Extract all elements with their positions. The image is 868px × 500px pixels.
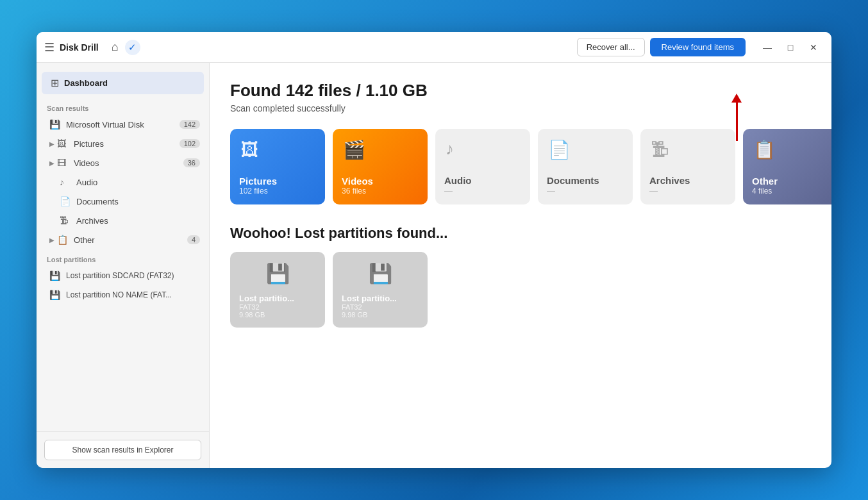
recover-all-button[interactable]: Recover all...: [577, 38, 645, 56]
maximize-button[interactable]: □: [780, 37, 801, 58]
close-button[interactable]: ✕: [803, 37, 824, 58]
check-icon[interactable]: ✓: [125, 40, 140, 55]
dashboard-icon: ⊞: [51, 77, 59, 89]
videos-sidebar-icon: 🎞: [57, 158, 70, 168]
app-body: ⊞ Dashboard Scan results 💾 Microsoft Vir…: [37, 63, 831, 468]
scan-results-title: Scan results: [37, 98, 209, 115]
file-cards-container: 🖼 Pictures 102 files 🎬 Videos 36 files ♪…: [230, 129, 811, 204]
other-sidebar-icon: 📋: [57, 235, 70, 245]
minimize-button[interactable]: —: [757, 37, 778, 58]
audio-sidebar-icon: ♪: [60, 177, 72, 187]
sidebar-item-videos[interactable]: ▶ 🎞 Videos 36: [37, 153, 209, 172]
lost-partitions-title: Lost partitions: [37, 249, 209, 266]
partition-icon-1: 💾: [266, 262, 290, 285]
lost-disk-icon-1: 💾: [49, 271, 62, 281]
partition-card-name-1: Lost partitio...: [239, 294, 294, 303]
videos-card-icon: 🎬: [343, 139, 365, 160]
lost-partitions-heading: Woohoo! Lost partitions found...: [230, 225, 811, 242]
audio-card-icon: ♪: [446, 139, 454, 159]
archives-sidebar-icon: 🗜: [60, 215, 72, 226]
partition-card-size-1: 9.98 GB: [239, 311, 265, 319]
show-scan-results-button[interactable]: Show scan results in Explorer: [44, 440, 201, 460]
expand-icon-videos[interactable]: ▶: [49, 160, 54, 167]
file-card-documents[interactable]: 📄 Documents —: [538, 129, 633, 204]
sidebar-item-pictures[interactable]: ▶ 🖼 Pictures 102: [37, 134, 209, 153]
lost-disk-icon-2: 💾: [49, 290, 62, 300]
review-found-items-button[interactable]: Review found items: [650, 38, 746, 56]
sidebar-item-documents[interactable]: 📄 Documents: [37, 192, 209, 211]
file-card-other[interactable]: 📋 Other 4 files: [743, 129, 831, 204]
titlebar-left: ☰ Disk Drill: [44, 40, 99, 54]
sidebar-footer: Show scan results in Explorer: [37, 431, 209, 468]
sidebar-item-archives[interactable]: 🗜 Archives: [37, 211, 209, 230]
arrow-head: [731, 94, 742, 103]
sidebar-item-microsoft-virtual-disk[interactable]: 💾 Microsoft Virtual Disk 142: [37, 115, 209, 134]
home-icon[interactable]: ⌂: [112, 40, 119, 54]
documents-card-dash: —: [547, 186, 555, 196]
partition-card-name-2: Lost partitio...: [342, 294, 397, 303]
sidebar-content: ⊞ Dashboard Scan results 💾 Microsoft Vir…: [37, 63, 209, 431]
partition-card-type-2: FAT32: [342, 303, 362, 311]
archives-card-name: Archives: [649, 175, 690, 186]
documents-card-name: Documents: [547, 175, 599, 186]
other-card-count: 4 files: [752, 187, 772, 196]
sidebar-item-lost-noname[interactable]: 💾 Lost partition NO NAME (FAT...: [37, 285, 209, 304]
sidebar-item-lost-sdcard[interactable]: 💾 Lost partition SDCARD (FAT32): [37, 266, 209, 285]
pictures-card-count: 102 files: [239, 187, 268, 196]
found-files-subtitle: Scan completed successfully: [230, 103, 811, 113]
pictures-card-name: Pictures: [239, 176, 277, 187]
app-window: ☰ Disk Drill ⌂ ✓ Recover all... Review f…: [37, 32, 831, 468]
partition-card-type-1: FAT32: [239, 303, 260, 311]
found-files-title: Found 142 files / 1.10 GB: [230, 81, 811, 101]
main-content: Found 142 files / 1.10 GB Scan completed…: [210, 63, 831, 468]
titlebar-actions: Recover all... Review found items — □ ✕: [577, 37, 824, 58]
videos-card-count: 36 files: [342, 187, 366, 196]
documents-card-icon: 📄: [548, 139, 571, 160]
pictures-sidebar-icon: 🖼: [57, 138, 70, 149]
titlebar: ☰ Disk Drill ⌂ ✓ Recover all... Review f…: [37, 32, 831, 63]
expand-icon-other[interactable]: ▶: [49, 237, 54, 244]
file-card-archives[interactable]: 🗜 Archives —: [640, 129, 735, 204]
sidebar-item-audio[interactable]: ♪ Audio: [37, 172, 209, 192]
expand-icon-pictures[interactable]: ▶: [49, 140, 54, 147]
archives-card-dash: —: [649, 186, 658, 196]
titlebar-nav: ⌂ ✓: [112, 40, 140, 55]
partition-card-size-2: 9.98 GB: [342, 311, 367, 319]
videos-card-name: Videos: [342, 176, 373, 187]
documents-sidebar-icon: 📄: [60, 196, 72, 206]
sidebar-item-dashboard[interactable]: ⊞ Dashboard: [42, 72, 204, 94]
partition-icon-2: 💾: [369, 262, 392, 285]
sidebar: ⊞ Dashboard Scan results 💾 Microsoft Vir…: [37, 63, 210, 468]
window-controls: — □ ✕: [757, 37, 824, 58]
partition-card-1[interactable]: 💾 Lost partitio... FAT32 9.98 GB: [230, 252, 325, 328]
partition-cards-container: 💾 Lost partitio... FAT32 9.98 GB 💾 Lost …: [230, 252, 811, 328]
disk-icon: 💾: [49, 119, 62, 129]
sidebar-item-other[interactable]: ▶ 📋 Other 4: [37, 230, 209, 249]
app-title: Disk Drill: [60, 42, 99, 53]
other-card-name: Other: [752, 176, 778, 187]
archives-card-icon: 🗜: [651, 139, 669, 160]
file-card-videos[interactable]: 🎬 Videos 36 files: [333, 129, 428, 204]
arrow-line: [736, 103, 738, 141]
partition-card-2[interactable]: 💾 Lost partitio... FAT32 9.98 GB: [333, 252, 428, 328]
audio-card-name: Audio: [444, 175, 472, 186]
hamburger-icon[interactable]: ☰: [44, 40, 54, 54]
pictures-card-icon: 🖼: [240, 139, 258, 160]
other-card-icon: 📋: [753, 139, 776, 160]
audio-card-dash: —: [444, 186, 453, 196]
file-card-pictures[interactable]: 🖼 Pictures 102 files: [230, 129, 325, 204]
file-card-audio[interactable]: ♪ Audio —: [435, 129, 530, 204]
dashboard-label: Dashboard: [64, 78, 108, 88]
